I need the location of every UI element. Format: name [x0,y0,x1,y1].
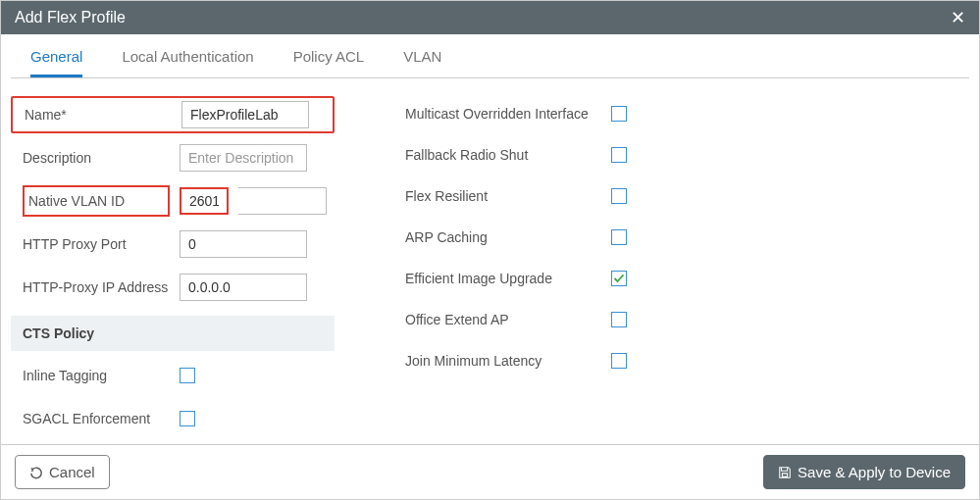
save-apply-label: Save & Apply to Device [798,464,951,480]
cancel-button[interactable]: Cancel [15,455,110,489]
http-proxy-port-label: HTTP Proxy Port [23,236,170,252]
inline-tagging-label: Inline Tagging [23,368,170,383]
row-inline-tagging: Inline Tagging [11,357,335,394]
row-join-min-latency: Join Minimum Latency [393,343,707,378]
inline-tagging-checkbox[interactable] [180,368,195,383]
description-input[interactable] [180,144,307,172]
join-min-latency-checkbox[interactable] [611,353,627,369]
description-label: Description [23,150,170,166]
right-column: Multicast Overridden Interface Fallback … [393,96,707,434]
efficient-upgrade-label: Efficient Image Upgrade [405,271,611,286]
tab-general[interactable]: General [30,48,82,77]
http-proxy-ip-input[interactable] [180,274,307,301]
sgacl-label: SGACL Enforcement [23,411,170,426]
row-multicast: Multicast Overridden Interface [393,96,707,131]
tab-bar: General Local Authentication Policy ACL … [11,34,969,78]
http-proxy-port-input[interactable] [180,230,307,258]
dialog-footer: Cancel Save & Apply to Device [1,444,979,499]
row-sgacl-enforcement: SGACL Enforcement [11,400,335,437]
row-efficient-upgrade: Efficient Image Upgrade [393,261,707,296]
office-extend-label: Office Extend AP [405,312,611,327]
arp-caching-label: ARP Caching [405,229,611,245]
name-label: Name* [25,107,172,123]
dialog-title: Add Flex Profile [15,9,126,26]
join-min-latency-label: Join Minimum Latency [405,353,611,369]
dialog-content: Name* Description Native VLAN ID HTTP Pr… [1,78,979,444]
left-column: Name* Description Native VLAN ID HTTP Pr… [11,96,335,434]
row-fallback-radio: Fallback Radio Shut [393,137,707,173]
multicast-label: Multicast Overridden Interface [405,106,611,122]
sgacl-checkbox[interactable] [180,411,195,426]
add-flex-profile-dialog: Add Flex Profile ✕ General Local Authent… [0,0,980,500]
name-input[interactable] [181,101,309,128]
row-http-proxy-ip: HTTP-Proxy IP Address [11,269,335,306]
close-icon[interactable]: ✕ [951,9,965,26]
row-office-extend: Office Extend AP [393,302,707,337]
dialog-titlebar: Add Flex Profile ✕ [1,1,979,34]
save-icon [778,466,792,479]
multicast-checkbox[interactable] [611,106,627,122]
tab-vlan[interactable]: VLAN [403,48,441,77]
office-extend-checkbox[interactable] [611,312,627,327]
save-apply-button[interactable]: Save & Apply to Device [763,455,965,489]
row-name: Name* [11,96,335,133]
native-vlan-input-extra[interactable] [238,187,327,215]
row-description: Description [11,139,335,176]
fallback-checkbox[interactable] [611,147,627,163]
row-arp-caching: ARP Caching [393,220,707,255]
native-vlan-label: Native VLAN ID [23,185,170,217]
tab-policy-acl[interactable]: Policy ACL [293,48,365,77]
http-proxy-ip-label: HTTP-Proxy IP Address [23,279,170,295]
row-native-vlan: Native VLAN ID [11,182,335,220]
fallback-label: Fallback Radio Shut [405,147,611,163]
row-flex-resilient: Flex Resilient [393,178,707,214]
efficient-upgrade-checkbox[interactable] [611,271,627,286]
tab-local-authentication[interactable]: Local Authentication [122,48,253,77]
native-vlan-input[interactable] [180,187,229,215]
row-http-proxy-port: HTTP Proxy Port [11,225,335,263]
flex-resilient-label: Flex Resilient [405,188,611,204]
flex-resilient-checkbox[interactable] [611,188,627,204]
cts-policy-header: CTS Policy [11,316,335,351]
undo-icon [29,466,43,479]
arp-caching-checkbox[interactable] [611,229,627,245]
cancel-label: Cancel [49,464,95,480]
